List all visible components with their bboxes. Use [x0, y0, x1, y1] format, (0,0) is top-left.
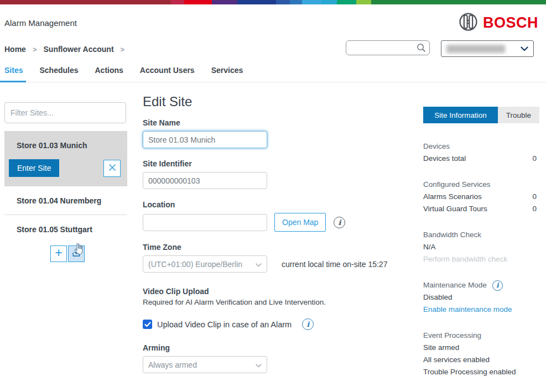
- app-header: Alarm Management BOSCH: [0, 4, 546, 37]
- site-name-label: Site Name: [143, 118, 405, 127]
- tab-sites[interactable]: Sites: [4, 66, 24, 82]
- user-name-redacted: [446, 45, 505, 53]
- location-info-icon[interactable]: i: [334, 217, 345, 228]
- video-clip-info-icon[interactable]: i: [302, 318, 314, 330]
- add-site-button[interactable]: +: [50, 245, 67, 262]
- time-zone-select[interactable]: (UTC+01:00) Europe/Berlin: [143, 255, 267, 273]
- arming-label: Arming: [143, 343, 405, 352]
- enter-site-button[interactable]: Enter Site: [9, 159, 59, 177]
- user-menu-dropdown[interactable]: [441, 40, 534, 57]
- video-clip-checkbox-row: Upload Video Clip in case of an Alarm i: [143, 318, 405, 330]
- arming-group: Arming Always armed: [143, 343, 405, 373]
- bandwidth-check-link-disabled: Perform bandwidth check: [423, 253, 540, 265]
- tab-actions[interactable]: Actions: [95, 66, 124, 82]
- event-processing-section: Event Processing Site armed All services…: [423, 330, 540, 378]
- info-row-value: 0: [532, 153, 537, 165]
- site-list-buttons: +: [50, 245, 127, 262]
- tab-site-information[interactable]: Site Information: [423, 107, 498, 123]
- info-row-value: 0: [532, 203, 537, 215]
- upload-video-checkbox-label: Upload Video Clip in case of an Alarm: [157, 320, 292, 329]
- app-title: Alarm Management: [4, 18, 77, 28]
- close-icon: [108, 163, 117, 174]
- devices-section: Devices Devices total 0: [423, 140, 540, 165]
- plus-icon: +: [55, 245, 62, 260]
- info-row-label: Devices total: [423, 153, 466, 165]
- chevron-down-icon: [256, 360, 262, 369]
- site-identifier-input[interactable]: [143, 172, 267, 189]
- event-processing-line: Site armed: [423, 342, 540, 354]
- tab-account-users[interactable]: Account Users: [140, 66, 196, 82]
- info-row: Devices total 0: [423, 153, 540, 165]
- maintenance-status: Disabled: [423, 291, 540, 304]
- enable-maintenance-link[interactable]: Enable maintenance mode: [423, 304, 540, 316]
- search-box: [346, 40, 430, 55]
- sites-sidebar: Store 01.03 Munich Enter Site Store 01.0…: [4, 102, 127, 262]
- arming-select[interactable]: Always armed: [143, 356, 267, 373]
- breadcrumb-home[interactable]: Home: [4, 45, 26, 54]
- check-icon: [144, 320, 151, 330]
- site-list: Store 01.03 Munich Enter Site Store 01.0…: [4, 131, 127, 243]
- location-group: Location Open Map i: [143, 200, 405, 232]
- site-info-panel: Site Information Trouble Devices Devices…: [423, 107, 540, 378]
- site-list-item[interactable]: Store 01.05 Stuttgart: [4, 215, 127, 243]
- bandwidth-header: Bandwidth Check: [423, 229, 540, 241]
- location-row: Open Map i: [143, 213, 405, 232]
- site-name: Store 01.05 Stuttgart: [17, 225, 92, 234]
- header-controls: [346, 40, 534, 57]
- tab-trouble[interactable]: Trouble: [498, 107, 539, 123]
- main-nav-tabs: Sites Schedules Actions Account Users Se…: [0, 59, 546, 82]
- time-zone-group: Time Zone (UTC+01:00) Europe/Berlin curr…: [143, 243, 405, 273]
- configured-services-section: Configured Services Alarms Scenarios 0 V…: [423, 179, 540, 215]
- site-name-group: Site Name: [143, 118, 405, 148]
- tab-services[interactable]: Services: [211, 66, 245, 82]
- info-row-value: 0: [532, 191, 537, 203]
- site-list-item-selected[interactable]: Store 01.03 Munich Enter Site: [4, 131, 127, 186]
- site-identifier-group: Site Identifier: [143, 159, 405, 189]
- open-map-button[interactable]: Open Map: [274, 213, 326, 232]
- time-zone-row: (UTC+01:00) Europe/Berlin current local …: [143, 255, 405, 273]
- bosch-supergraphic-stripe: [0, 0, 546, 4]
- location-input[interactable]: [143, 214, 267, 231]
- event-processing-line: All services enabled: [423, 354, 540, 366]
- tab-schedules[interactable]: Schedules: [39, 66, 79, 82]
- import-sites-button[interactable]: [68, 245, 85, 262]
- site-info-tabs: Site Information Trouble: [423, 107, 540, 123]
- filter-sites-input[interactable]: [4, 102, 126, 123]
- breadcrumb-row: Home > Sunflower Account >: [0, 37, 546, 59]
- breadcrumb-account[interactable]: Sunflower Account: [44, 45, 114, 54]
- local-time-note: current local time on-site 15:27: [282, 260, 387, 269]
- bosch-anchor-icon: [459, 12, 478, 34]
- site-list-item[interactable]: Store 01.04 Nuremberg: [4, 186, 127, 215]
- maintenance-section: Maintenance Mode i Disabled Enable maint…: [423, 279, 540, 316]
- event-processing-header: Event Processing: [423, 330, 540, 342]
- info-row: Virtual Guard Tours 0: [423, 203, 540, 215]
- video-clip-description: Required for AI Alarm Verification and L…: [143, 298, 405, 306]
- bosch-wordmark: BOSCH: [483, 14, 538, 32]
- search-icon[interactable]: [416, 43, 427, 55]
- time-zone-label: Time Zone: [143, 243, 405, 252]
- bandwidth-status: N/A: [423, 241, 540, 253]
- breadcrumb: Home > Sunflower Account >: [4, 40, 124, 54]
- close-site-button[interactable]: [103, 160, 121, 177]
- location-label: Location: [143, 200, 405, 209]
- upload-video-checkbox[interactable]: [143, 320, 152, 329]
- video-clip-section: Video Clip Upload Required for AI Alarm …: [143, 287, 405, 330]
- page-title: Edit Site: [143, 94, 405, 109]
- site-name: Store 01.03 Munich: [4, 141, 123, 150]
- site-identifier-label: Site Identifier: [143, 159, 405, 168]
- configured-services-header: Configured Services: [423, 179, 540, 191]
- maintenance-header: Maintenance Mode i: [423, 279, 540, 291]
- import-download-icon: [71, 248, 82, 260]
- arming-value: Always armed: [148, 360, 197, 369]
- maintenance-info-icon[interactable]: i: [492, 280, 503, 291]
- bosch-logo: BOSCH: [459, 12, 538, 34]
- bandwidth-section: Bandwidth Check N/A Perform bandwidth ch…: [423, 229, 540, 265]
- info-row-label: Alarms Scenarios: [423, 191, 482, 203]
- event-processing-line: Trouble Processing enabled: [423, 366, 540, 378]
- site-name: Store 01.04 Nuremberg: [17, 196, 101, 205]
- site-name-input[interactable]: [143, 131, 267, 148]
- breadcrumb-separator-icon: >: [33, 45, 37, 54]
- devices-header: Devices: [423, 140, 540, 153]
- maintenance-header-label: Maintenance Mode: [423, 279, 487, 291]
- time-zone-value: (UTC+01:00) Europe/Berlin: [148, 260, 242, 269]
